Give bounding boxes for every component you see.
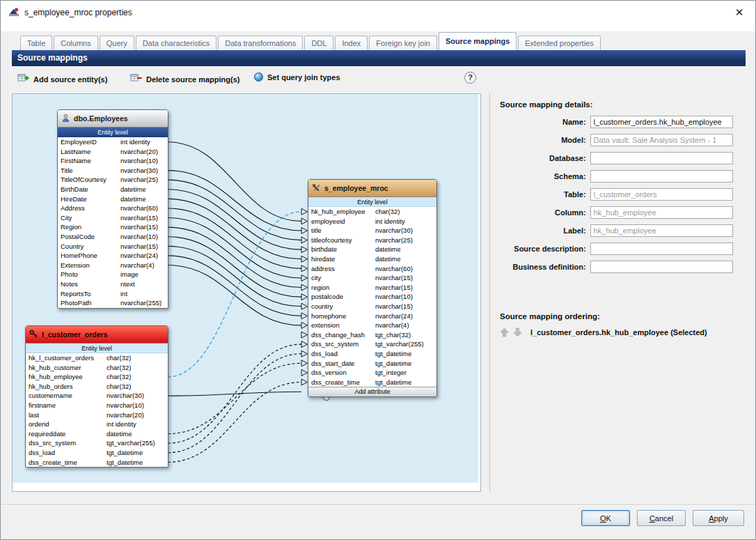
attribute-row[interactable]: Extensionnvarchar(4) (58, 261, 168, 270)
attribute-row[interactable]: Countrynvarchar(15) (58, 242, 168, 252)
attribute-type: tgt_datetime (375, 359, 434, 369)
attribute-type: nvarchar(30) (120, 166, 165, 176)
apply-button[interactable]: Apply (693, 510, 744, 526)
attribute-row[interactable]: Addressnvarchar(60) (58, 203, 168, 213)
close-icon[interactable]: ✕ (733, 6, 746, 19)
set-query-join-types-label: Set query join types (267, 73, 340, 82)
attribute-row[interactable]: customernamenvarchar(30) (26, 391, 168, 401)
tab-columns[interactable]: Columns (54, 36, 97, 50)
move-down-button[interactable] (513, 327, 522, 337)
diagram-canvas-inner[interactable]: dbo.EmployeesEntity levelEmployeeIDint i… (13, 94, 478, 483)
table-field[interactable] (590, 188, 733, 201)
attribute-row[interactable]: PhotoPathnvarchar(255) (58, 298, 168, 308)
attribute-row[interactable]: ReportsToint (58, 289, 168, 299)
set-query-join-types-button[interactable]: Set query join types (254, 72, 340, 82)
attribute-row[interactable]: EmployeeIDint identity (58, 137, 168, 147)
attribute-row[interactable]: extensionnvarchar(4) (308, 321, 436, 330)
attribute-row[interactable]: homephonenvarchar(24) (308, 311, 436, 321)
entity-target[interactable]: s_employee_mrocEntity levelhk_hub_employ… (308, 179, 437, 397)
attribute-row[interactable]: dss_src_systemtgt_varchar(255) (26, 438, 168, 448)
attribute-name: EmployeeID (61, 137, 120, 147)
tab-data-transformations[interactable]: Data transformations (218, 36, 303, 50)
attribute-row[interactable]: dss_loadtgt_datetime (308, 349, 436, 359)
tab-source-mappings[interactable]: Source mappings (439, 32, 517, 50)
add-attribute-button[interactable]: Add attribute (308, 387, 436, 396)
name-field[interactable] (590, 116, 733, 128)
column-field[interactable] (590, 206, 733, 219)
attribute-name: postalcode (311, 292, 375, 302)
help-button[interactable]: ? (464, 72, 476, 84)
attribute-row[interactable]: HireDatedatetime (58, 194, 168, 204)
add-source-entity-button[interactable]: Add source entity(s) (17, 72, 107, 86)
tab-foreign-key-join[interactable]: Foreign key join (369, 36, 437, 50)
ok-button[interactable]: OK (581, 510, 630, 526)
entity-orders[interactable]: l_customer_ordersEntity levelhk_l_custom… (25, 325, 168, 468)
attribute-row[interactable]: employeeidint identity (308, 217, 436, 226)
delete-source-mapping-button[interactable]: Delete source mapping(s) (130, 72, 239, 86)
attribute-row[interactable]: TitleOfCourtesynvarchar(25) (58, 175, 168, 185)
attribute-type: datetime (120, 185, 165, 194)
ordering-item[interactable]: l_customer_orders.hk_hub_employee (Selec… (530, 328, 707, 337)
titlebar: s_employee_mroc properties ✕ (1, 1, 755, 31)
tab-data-characteristics[interactable]: Data characteristics (136, 36, 217, 50)
attribute-type: nvarchar(15) (120, 242, 165, 252)
attribute-row[interactable]: dss_start_datetgt_datetime (308, 359, 436, 369)
attribute-name: hk_hub_orders (29, 382, 107, 392)
attribute-row[interactable]: Regionnvarchar(15) (58, 222, 168, 232)
attribute-row[interactable]: dss_change_hashtgt_char(32) (308, 330, 436, 340)
attribute-row[interactable]: dss_loadtgt_datetime (26, 448, 168, 458)
attribute-row[interactable]: titleofcourtesynvarchar(25) (308, 236, 436, 245)
attribute-row[interactable]: titlenvarchar(30) (308, 226, 436, 236)
attribute-row[interactable]: orderidint identity (26, 419, 168, 429)
attribute-row[interactable]: birthdatedatetime (308, 245, 436, 254)
attribute-row[interactable]: postalcodenvarchar(10) (308, 292, 436, 302)
attribute-name: titleofcourtesy (311, 236, 375, 245)
attribute-row[interactable]: hk_hub_customerchar(32) (26, 363, 168, 373)
source_description-field[interactable] (590, 242, 733, 255)
label-field[interactable] (590, 224, 733, 237)
attribute-row[interactable]: dss_create_timetgt_datetime (308, 378, 436, 387)
move-up-button[interactable] (500, 327, 509, 337)
tab-extended-properties[interactable]: Extended properties (518, 36, 600, 50)
entity-employees[interactable]: dbo.EmployeesEntity levelEmployeeIDint i… (57, 109, 168, 309)
attribute-row[interactable]: hk_hub_employeechar(32) (26, 372, 168, 382)
attribute-row[interactable]: lastnvarchar(20) (26, 410, 168, 420)
attribute-row[interactable]: hk_l_customer_orderschar(32) (26, 353, 168, 363)
attribute-row[interactable]: hiredatedatetime (308, 254, 436, 264)
schema-field[interactable] (590, 170, 733, 183)
attribute-row[interactable]: Citynvarchar(15) (58, 213, 168, 223)
attribute-row[interactable]: Notesntext (58, 279, 168, 289)
attribute-row[interactable]: regionnvarchar(15) (308, 283, 436, 293)
attribute-row[interactable]: requireddatedatetime (26, 429, 168, 439)
attribute-row[interactable]: hk_hub_employeechar(32) (308, 207, 436, 217)
attribute-row[interactable]: dss_create_timetgt_datetime (26, 458, 168, 468)
cancel-button[interactable]: Cancel (637, 510, 686, 526)
attribute-row[interactable]: hk_hub_orderschar(32) (26, 382, 168, 392)
attribute-row[interactable]: LastNamenvarchar(20) (58, 147, 168, 157)
attribute-type: ntext (120, 279, 165, 289)
attribute-name: customername (29, 391, 107, 401)
attribute-row[interactable]: HomePhonenvarchar(24) (58, 251, 168, 261)
database-field[interactable] (590, 152, 733, 164)
attribute-name: Title (61, 166, 120, 176)
attribute-type: nvarchar(15) (120, 213, 165, 223)
business_definition-field[interactable] (590, 261, 733, 273)
attribute-row[interactable]: BirthDatedatetime (58, 185, 168, 194)
attribute-row[interactable]: dss_versiontgt_integer (308, 368, 436, 378)
attribute-row[interactable]: Photoimage (58, 270, 168, 279)
tab-query[interactable]: Query (100, 36, 134, 50)
tab-table[interactable]: Table (20, 36, 52, 50)
attribute-row[interactable]: firstnamenvarchar(10) (26, 401, 168, 410)
attribute-row[interactable]: dss_src_systemtgt_varchar(255) (308, 339, 436, 349)
tab-index[interactable]: Index (335, 36, 368, 50)
attribute-name: dss_src_system (29, 438, 107, 448)
attribute-row[interactable]: addressnvarchar(60) (308, 264, 436, 274)
attribute-row[interactable]: FirstNamenvarchar(10) (58, 156, 168, 166)
attribute-type: nvarchar(60) (120, 203, 165, 213)
attribute-row[interactable]: Titlenvarchar(30) (58, 166, 168, 176)
attribute-row[interactable]: countrynvarchar(15) (308, 302, 436, 311)
attribute-row[interactable]: citynvarchar(15) (308, 273, 436, 283)
model-field[interactable] (590, 134, 733, 146)
attribute-row[interactable]: PostalCodenvarchar(10) (58, 232, 168, 242)
tab-ddl[interactable]: DDL (304, 36, 333, 50)
